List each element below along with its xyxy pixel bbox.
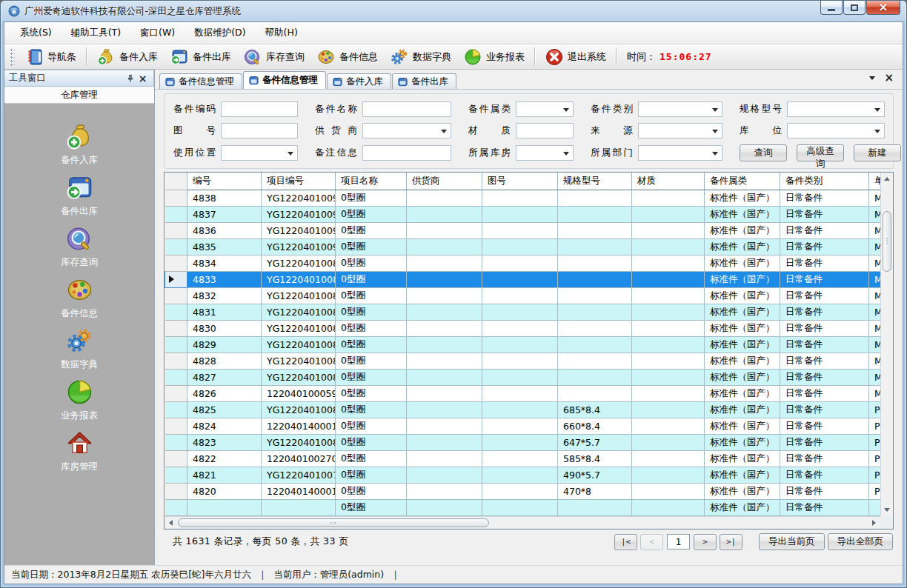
row-selector[interactable] xyxy=(165,238,187,255)
table-row[interactable]: 4821YG122040100790型圈490*5.7标准件（国产）日常备件PC xyxy=(165,467,881,483)
spec-model-select[interactable] xyxy=(787,101,885,117)
row-selector[interactable] xyxy=(165,483,187,499)
close-button[interactable] xyxy=(866,1,900,15)
table-row[interactable]: 4823YG122040100800型圈647*5.7标准件（国产）日常备件PC xyxy=(165,434,881,450)
tab-1[interactable]: 备件信息管理 xyxy=(243,71,326,89)
next-page-button[interactable]: > xyxy=(694,534,717,550)
part-name-input[interactable] xyxy=(362,101,451,117)
row-selector[interactable] xyxy=(165,222,187,238)
panel-close-icon[interactable] xyxy=(136,73,149,84)
table-row[interactable]: 4837YG122040100920型圈标准件（国产）日常备件M xyxy=(165,206,881,222)
create-button[interactable]: 新建 xyxy=(854,144,901,161)
warehouse-select[interactable] xyxy=(516,145,574,161)
column-header-3[interactable]: 项目名称 xyxy=(336,173,407,190)
table-row[interactable]: 4836YG122040100910型圈标准件（国产）日常备件M xyxy=(165,222,881,238)
source-select[interactable] xyxy=(638,123,722,138)
column-header-8[interactable]: 备件属类 xyxy=(705,173,780,190)
sidebar-item-data-dictionary[interactable]: 数据字典 xyxy=(4,327,154,378)
table-row[interactable]: 4828YG122040100830型圈标准件（国产）日常备件M xyxy=(165,353,881,369)
menu-item[interactable]: 系统(S) xyxy=(10,23,62,43)
sidebar-item-business-report[interactable]: 业务报表 xyxy=(4,378,154,429)
sidebar-item-stock-in[interactable]: 备件入库 xyxy=(4,122,154,173)
toolbar-grip-handle[interactable] xyxy=(10,48,15,66)
location-select[interactable] xyxy=(787,123,885,138)
column-header-5[interactable]: 图号 xyxy=(482,173,558,190)
menu-item[interactable]: 辅助工具(T) xyxy=(62,23,130,43)
row-selector[interactable] xyxy=(165,369,187,385)
row-selector[interactable] xyxy=(165,499,187,515)
export-all-pages-button[interactable]: 导出全部页 xyxy=(828,533,894,550)
row-selector[interactable] xyxy=(165,418,187,434)
tab-list-dropdown-icon[interactable] xyxy=(869,76,875,83)
sidebar-item-inventory-search[interactable]: 库存查询 xyxy=(4,224,154,275)
tab-3[interactable]: 备件出库 xyxy=(392,73,456,89)
sidebar-item-warehouse-manage[interactable]: 库房管理 xyxy=(4,429,154,480)
column-header-4[interactable]: 供货商 xyxy=(407,173,482,190)
exit-system-button[interactable]: 退出系统 xyxy=(539,45,612,69)
table-row[interactable]: 4838YG122040100930型圈标准件（国产）日常备件M xyxy=(165,190,881,206)
table-row[interactable]: 4833YG122040100880型圈标准件（国产）日常备件M xyxy=(165,271,881,287)
sidebar-item-parts-info[interactable]: 备件信息 xyxy=(4,275,154,327)
horizontal-scrollbar[interactable] xyxy=(165,516,880,529)
row-selector[interactable] xyxy=(165,287,187,304)
row-selector[interactable] xyxy=(165,190,187,206)
menu-item[interactable]: 数据维护(D) xyxy=(185,23,255,43)
pin-icon[interactable] xyxy=(124,73,136,84)
tab-0[interactable]: 备件信息管理 xyxy=(159,73,242,89)
data-dictionary-button[interactable]: 数据字典 xyxy=(384,45,457,69)
table-row[interactable]: 4825YG122040100810型圈685*8.4标准件（国产）日常备件PC xyxy=(165,401,881,418)
minimize-button[interactable] xyxy=(820,1,843,15)
table-row[interactable]: 482412204014000120型圈660*8.4标准件（国产）日常备件PC xyxy=(165,418,881,434)
row-selector[interactable] xyxy=(165,467,187,483)
part-category-select[interactable] xyxy=(638,101,722,117)
row-selector[interactable] xyxy=(165,336,187,353)
column-header-7[interactable]: 材质 xyxy=(632,173,705,190)
table-row[interactable]: 482612204010005990型圈标准件（国产）日常备件M xyxy=(165,385,881,401)
row-selector[interactable] xyxy=(165,255,187,271)
scroll-right-button[interactable] xyxy=(868,517,880,529)
nav-bar-button[interactable]: 导航条 xyxy=(19,45,82,69)
row-selector-header[interactable] xyxy=(165,173,187,190)
prev-page-button[interactable]: < xyxy=(640,534,663,550)
table-row[interactable]: 4830YG122040100850型圈标准件（国产）日常备件M xyxy=(165,320,881,336)
sidebar-item-stock-out[interactable]: 备件出库 xyxy=(4,173,154,224)
export-current-page-button[interactable]: 导出当前页 xyxy=(759,533,825,550)
tab-2[interactable]: 备件入库 xyxy=(327,73,391,89)
business-report-button[interactable]: 业务报表 xyxy=(457,45,531,69)
stock-out-button[interactable]: 备件出库 xyxy=(164,45,237,69)
table-row[interactable]: 4831YG122040100860型圈标准件（国产）日常备件M xyxy=(165,304,881,320)
table-row[interactable]: 4832YG122040100870型圈标准件（国产）日常备件M xyxy=(165,287,881,304)
table-row[interactable]: 4829YG122040100840型圈标准件（国产）日常备件M xyxy=(165,336,881,353)
row-selector[interactable] xyxy=(165,271,187,287)
inventory-search-button[interactable]: 库存查询 xyxy=(237,45,310,69)
scroll-left-button[interactable] xyxy=(165,517,176,529)
drawing-no-input[interactable] xyxy=(221,123,298,138)
table-row[interactable]: 4827YG122040100820型圈标准件（国产）日常备件M xyxy=(165,369,881,385)
usage-position-select[interactable] xyxy=(221,145,298,161)
table-row[interactable]: 0型圈标准件（国产）日常备件 xyxy=(165,499,881,515)
advanced-query-button[interactable]: 高级查询 xyxy=(797,144,844,161)
column-header-9[interactable]: 备件类别 xyxy=(780,173,869,190)
row-selector[interactable] xyxy=(165,206,187,222)
page-number-input[interactable] xyxy=(667,534,690,549)
row-selector[interactable] xyxy=(165,434,187,450)
table-row[interactable]: 4835YG122040100900型圈标准件（国产）日常备件M xyxy=(165,238,881,255)
vertical-scroll-thumb[interactable] xyxy=(883,211,891,272)
column-header-10[interactable]: 单位 xyxy=(869,173,881,190)
menu-item[interactable]: 帮助(H) xyxy=(256,23,308,43)
table-row[interactable]: 4834YG122040100890型圈标准件（国产）日常备件M xyxy=(165,255,881,271)
query-button[interactable]: 查询 xyxy=(740,144,787,161)
row-selector[interactable] xyxy=(165,353,187,369)
horizontal-scroll-thumb[interactable] xyxy=(178,518,489,527)
material-input[interactable] xyxy=(516,123,574,138)
scroll-down-button[interactable] xyxy=(881,504,893,516)
supplier-select[interactable] xyxy=(362,123,451,138)
column-header-6[interactable]: 规格型号 xyxy=(558,173,632,190)
row-selector[interactable] xyxy=(165,304,187,320)
department-select[interactable] xyxy=(638,145,722,161)
menu-item[interactable]: 窗口(W) xyxy=(130,23,185,43)
last-page-button[interactable]: >| xyxy=(720,534,742,550)
row-selector[interactable] xyxy=(165,385,187,401)
row-selector[interactable] xyxy=(165,320,187,336)
column-header-2[interactable]: 项目编号 xyxy=(262,173,336,190)
